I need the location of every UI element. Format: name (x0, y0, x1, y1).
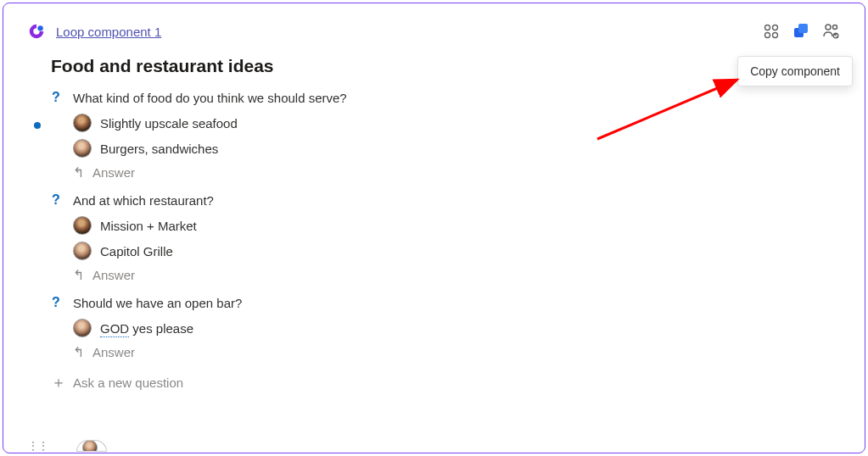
answer-action[interactable]: ↰ Answer (73, 164, 841, 181)
qa-block: ? Should we have an open bar? GOD yes pl… (51, 295, 841, 360)
loop-title-area: Loop component 1 (27, 22, 161, 41)
answer-text: Burgers, sandwiches (100, 142, 218, 156)
answer-row[interactable]: Capitol Grille (73, 242, 841, 260)
ask-new-question[interactable]: ＋ Ask a new question (51, 372, 841, 392)
plus-icon: ＋ (51, 372, 61, 392)
reply-arrow-icon: ↰ (73, 267, 84, 283)
ask-new-label: Ask a new question (73, 375, 183, 390)
question-text: And at which restaurant? (73, 193, 214, 208)
svg-point-3 (765, 33, 770, 38)
copy-component-icon[interactable] (792, 22, 810, 41)
answer-action[interactable]: ↰ Answer (73, 267, 841, 283)
answer-label: Answer (92, 165, 135, 180)
question-row[interactable]: ? Should we have an open bar? (51, 295, 841, 310)
grid-apps-icon[interactable] (763, 23, 780, 40)
avatar (73, 114, 92, 132)
avatar (73, 242, 92, 260)
avatar (73, 139, 92, 158)
section-title: Food and restaurant ideas (51, 56, 841, 76)
active-bullet-marker (34, 122, 41, 129)
answer-text: Mission + Market (100, 219, 197, 233)
question-text: Should we have an open bar? (73, 296, 242, 310)
answer-action[interactable]: ↰ Answer (73, 344, 841, 360)
svg-rect-6 (798, 24, 808, 33)
question-mark-icon: ? (51, 90, 61, 105)
reply-arrow-icon: ↰ (73, 344, 84, 360)
question-mark-icon: ? (51, 192, 61, 208)
answer-text: Slightly upscale seafood (100, 116, 238, 131)
answer-row[interactable]: Burgers, sandwiches (73, 139, 841, 158)
answer-row[interactable]: Slightly upscale seafood (73, 114, 841, 132)
question-text: What kind of food do you think we should… (73, 91, 347, 105)
svg-point-1 (765, 25, 770, 31)
header-icons (763, 22, 841, 41)
loop-component-container: Loop component 1 (3, 3, 865, 453)
drag-handle-icon[interactable]: ⋮⋮ (27, 439, 48, 453)
qa-block: ? What kind of food do you think we shou… (51, 90, 841, 181)
svg-point-0 (37, 25, 42, 31)
answer-row[interactable]: GOD yes please (73, 319, 841, 337)
reply-arrow-icon: ↰ (73, 164, 84, 181)
answer-text: Capitol Grille (100, 244, 173, 259)
svg-point-2 (773, 25, 778, 31)
svg-point-7 (826, 25, 831, 30)
loop-component-link[interactable]: Loop component 1 (56, 25, 161, 39)
answer-label: Answer (92, 345, 135, 359)
bottom-cutoff-area: ⋮⋮ (27, 439, 107, 453)
answer-label: Answer (92, 268, 135, 282)
question-row[interactable]: ? What kind of food do you think we shou… (51, 90, 841, 105)
loop-header: Loop component 1 (3, 3, 865, 49)
svg-point-4 (773, 33, 778, 38)
question-row[interactable]: ? And at which restaurant? (51, 192, 841, 208)
answer-text: GOD yes please (100, 321, 193, 336)
qa-block: ? And at which restaurant? Mission + Mar… (51, 192, 841, 283)
user-pill-partial[interactable] (76, 440, 107, 452)
svg-point-8 (833, 25, 837, 30)
answer-row[interactable]: Mission + Market (73, 216, 841, 235)
spellcheck-word: GOD (100, 321, 129, 337)
content-area: Food and restaurant ideas ? What kind of… (3, 56, 865, 392)
avatar (73, 216, 92, 235)
question-mark-icon: ? (51, 295, 61, 310)
avatar (73, 319, 92, 337)
copy-component-tooltip: Copy component (737, 56, 853, 86)
loop-logo-icon (27, 22, 46, 41)
avatar (82, 440, 98, 452)
share-people-icon[interactable] (822, 22, 841, 41)
